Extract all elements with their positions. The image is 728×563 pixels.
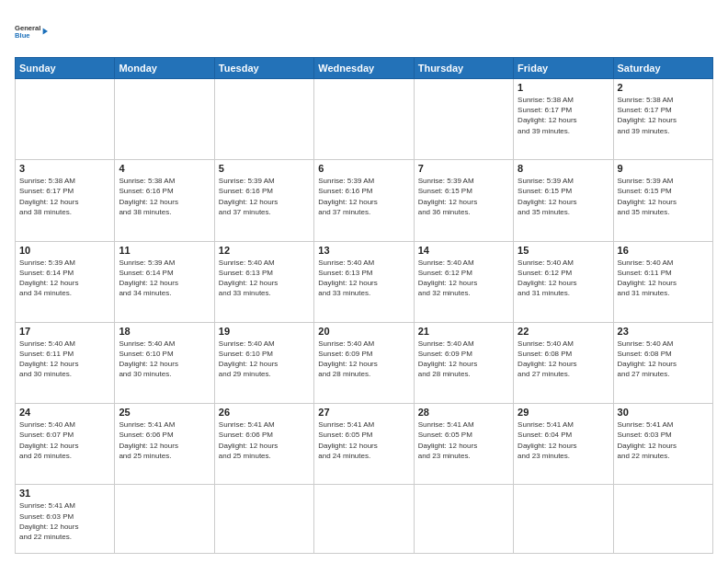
logo: General Blue: [15, 13, 48, 50]
calendar-day-cell: [214, 485, 313, 554]
day-number: 17: [19, 326, 110, 337]
calendar-day-cell: 7Sunrise: 5:39 AM Sunset: 6:15 PM Daylig…: [414, 160, 513, 241]
day-info: Sunrise: 5:41 AM Sunset: 6:06 PM Dayligh…: [119, 419, 210, 461]
day-number: 21: [418, 326, 509, 337]
day-info: Sunrise: 5:40 AM Sunset: 6:09 PM Dayligh…: [318, 339, 409, 380]
day-info: Sunrise: 5:40 AM Sunset: 6:10 PM Dayligh…: [119, 339, 210, 380]
calendar-day-cell: [414, 485, 513, 554]
day-info: Sunrise: 5:39 AM Sunset: 6:15 PM Dayligh…: [618, 176, 709, 217]
day-info: Sunrise: 5:39 AM Sunset: 6:15 PM Dayligh…: [418, 176, 509, 217]
calendar-week-row: 17Sunrise: 5:40 AM Sunset: 6:11 PM Dayli…: [16, 322, 713, 403]
header: General Blue: [15, 13, 713, 50]
calendar-day-cell: 5Sunrise: 5:39 AM Sunset: 6:16 PM Daylig…: [214, 160, 313, 241]
calendar-day-header: Friday: [514, 58, 613, 79]
day-info: Sunrise: 5:41 AM Sunset: 6:03 PM Dayligh…: [618, 419, 709, 461]
day-number: 10: [19, 245, 110, 256]
calendar-day-cell: 11Sunrise: 5:39 AM Sunset: 6:14 PM Dayli…: [115, 241, 214, 322]
calendar-day-cell: 17Sunrise: 5:40 AM Sunset: 6:11 PM Dayli…: [16, 322, 115, 403]
day-number: 16: [618, 245, 709, 256]
calendar-day-cell: [214, 79, 313, 160]
day-info: Sunrise: 5:41 AM Sunset: 6:04 PM Dayligh…: [518, 419, 609, 461]
calendar-day-cell: 31Sunrise: 5:41 AM Sunset: 6:03 PM Dayli…: [16, 485, 115, 554]
day-info: Sunrise: 5:39 AM Sunset: 6:14 PM Dayligh…: [19, 258, 110, 299]
day-info: Sunrise: 5:39 AM Sunset: 6:14 PM Dayligh…: [119, 258, 210, 299]
calendar-day-cell: 14Sunrise: 5:40 AM Sunset: 6:12 PM Dayli…: [414, 241, 513, 322]
calendar-day-cell: 19Sunrise: 5:40 AM Sunset: 6:10 PM Dayli…: [214, 322, 313, 403]
day-info: Sunrise: 5:40 AM Sunset: 6:08 PM Dayligh…: [518, 339, 609, 380]
calendar-day-cell: 13Sunrise: 5:40 AM Sunset: 6:13 PM Dayli…: [314, 241, 414, 322]
calendar-day-cell: [16, 79, 115, 160]
day-info: Sunrise: 5:40 AM Sunset: 6:13 PM Dayligh…: [318, 258, 409, 299]
calendar-day-cell: [115, 485, 214, 554]
day-number: 4: [119, 163, 210, 174]
day-number: 15: [518, 245, 609, 256]
calendar-day-header: Saturday: [613, 58, 712, 79]
calendar-day-cell: 28Sunrise: 5:41 AM Sunset: 6:05 PM Dayli…: [414, 404, 513, 485]
calendar-day-cell: 29Sunrise: 5:41 AM Sunset: 6:04 PM Dayli…: [514, 404, 613, 485]
day-number: 29: [518, 407, 609, 418]
day-number: 7: [418, 163, 509, 174]
calendar-day-cell: [115, 79, 214, 160]
calendar-week-row: 10Sunrise: 5:39 AM Sunset: 6:14 PM Dayli…: [16, 241, 713, 322]
day-info: Sunrise: 5:40 AM Sunset: 6:11 PM Dayligh…: [618, 258, 709, 299]
day-number: 30: [618, 407, 709, 418]
day-number: 28: [418, 407, 509, 418]
calendar-day-cell: 9Sunrise: 5:39 AM Sunset: 6:15 PM Daylig…: [613, 160, 712, 241]
calendar-day-cell: 25Sunrise: 5:41 AM Sunset: 6:06 PM Dayli…: [115, 404, 214, 485]
day-info: Sunrise: 5:40 AM Sunset: 6:12 PM Dayligh…: [418, 258, 509, 299]
calendar-day-header: Tuesday: [214, 58, 313, 79]
day-info: Sunrise: 5:38 AM Sunset: 6:17 PM Dayligh…: [19, 176, 110, 217]
calendar-day-cell: 15Sunrise: 5:40 AM Sunset: 6:12 PM Dayli…: [514, 241, 613, 322]
calendar-day-cell: 24Sunrise: 5:40 AM Sunset: 6:07 PM Dayli…: [16, 404, 115, 485]
svg-text:Blue: Blue: [15, 31, 30, 40]
day-number: 5: [219, 163, 310, 174]
day-info: Sunrise: 5:39 AM Sunset: 6:16 PM Dayligh…: [219, 176, 310, 217]
day-info: Sunrise: 5:38 AM Sunset: 6:16 PM Dayligh…: [119, 176, 210, 217]
calendar-day-cell: 27Sunrise: 5:41 AM Sunset: 6:05 PM Dayli…: [314, 404, 414, 485]
calendar-day-cell: 22Sunrise: 5:40 AM Sunset: 6:08 PM Dayli…: [514, 322, 613, 403]
day-info: Sunrise: 5:40 AM Sunset: 6:11 PM Dayligh…: [19, 339, 110, 380]
day-info: Sunrise: 5:41 AM Sunset: 6:03 PM Dayligh…: [19, 500, 110, 542]
calendar-day-cell: 21Sunrise: 5:40 AM Sunset: 6:09 PM Dayli…: [414, 322, 513, 403]
calendar-header-row: SundayMondayTuesdayWednesdayThursdayFrid…: [16, 58, 713, 79]
day-info: Sunrise: 5:40 AM Sunset: 6:07 PM Dayligh…: [19, 419, 110, 461]
calendar-table: SundayMondayTuesdayWednesdayThursdayFrid…: [15, 57, 713, 554]
calendar-day-header: Thursday: [414, 58, 513, 79]
day-number: 31: [19, 488, 110, 499]
calendar-day-cell: 20Sunrise: 5:40 AM Sunset: 6:09 PM Dayli…: [314, 322, 414, 403]
day-info: Sunrise: 5:40 AM Sunset: 6:13 PM Dayligh…: [219, 258, 310, 299]
day-number: 20: [318, 326, 409, 337]
day-number: 27: [318, 407, 409, 418]
page: General Blue SundayMondayTuesdayWednesda…: [0, 0, 728, 563]
calendar-day-cell: 12Sunrise: 5:40 AM Sunset: 6:13 PM Dayli…: [214, 241, 313, 322]
day-info: Sunrise: 5:40 AM Sunset: 6:10 PM Dayligh…: [219, 339, 310, 380]
calendar-day-cell: [613, 485, 712, 554]
day-number: 26: [219, 407, 310, 418]
day-number: 25: [119, 407, 210, 418]
day-number: 22: [518, 326, 609, 337]
day-info: Sunrise: 5:38 AM Sunset: 6:17 PM Dayligh…: [518, 95, 609, 136]
day-info: Sunrise: 5:41 AM Sunset: 6:06 PM Dayligh…: [219, 419, 310, 461]
calendar-day-cell: 3Sunrise: 5:38 AM Sunset: 6:17 PM Daylig…: [16, 160, 115, 241]
day-number: 9: [618, 163, 709, 174]
day-number: 1: [518, 82, 609, 93]
generalblue-logo-icon: General Blue: [15, 13, 48, 50]
day-info: Sunrise: 5:38 AM Sunset: 6:17 PM Dayligh…: [618, 95, 709, 136]
day-number: 12: [219, 245, 310, 256]
calendar-day-header: Sunday: [16, 58, 115, 79]
day-number: 3: [19, 163, 110, 174]
day-info: Sunrise: 5:40 AM Sunset: 6:12 PM Dayligh…: [518, 258, 609, 299]
calendar-day-cell: 16Sunrise: 5:40 AM Sunset: 6:11 PM Dayli…: [613, 241, 712, 322]
calendar-day-header: Monday: [115, 58, 214, 79]
day-number: 18: [119, 326, 210, 337]
calendar-day-cell: 6Sunrise: 5:39 AM Sunset: 6:16 PM Daylig…: [314, 160, 414, 241]
calendar-day-cell: 23Sunrise: 5:40 AM Sunset: 6:08 PM Dayli…: [613, 322, 712, 403]
calendar-week-row: 3Sunrise: 5:38 AM Sunset: 6:17 PM Daylig…: [16, 160, 713, 241]
calendar-day-cell: 2Sunrise: 5:38 AM Sunset: 6:17 PM Daylig…: [613, 79, 712, 160]
svg-marker-2: [43, 28, 48, 34]
day-number: 8: [518, 163, 609, 174]
day-number: 14: [418, 245, 509, 256]
calendar-week-row: 1Sunrise: 5:38 AM Sunset: 6:17 PM Daylig…: [16, 79, 713, 160]
calendar-day-cell: [414, 79, 513, 160]
day-number: 19: [219, 326, 310, 337]
